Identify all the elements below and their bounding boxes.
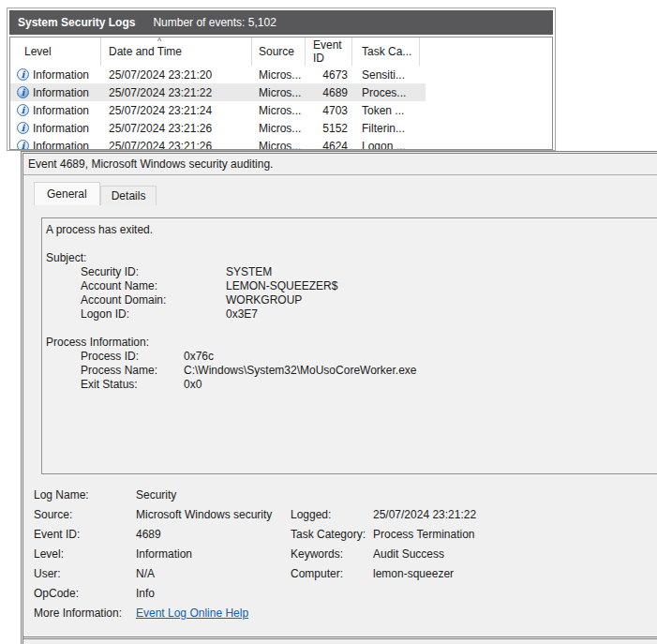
subject-row: Logon ID:0x3E7 [46, 307, 657, 322]
field-value: 0x0 [184, 378, 202, 391]
field-value: Information [136, 545, 291, 564]
information-icon: i [17, 86, 29, 98]
process-info-header: Process Information: [46, 336, 657, 350]
subject-header: Subject: [46, 251, 657, 265]
event-row[interactable]: iInformation 25/07/2024 23:21:20 Micros.… [10, 66, 426, 83]
event-detail-pane: Event 4689, Microsoft Windows security a… [21, 151, 657, 644]
field-value: LEMON-SQUEEZER$ [226, 279, 337, 292]
event-id-cell: 4689 [306, 86, 352, 99]
column-label: Level [24, 45, 52, 58]
process-row: Process ID:0x76c [46, 350, 657, 364]
source-cell: Micros... [252, 104, 306, 117]
level-text: Information [33, 68, 89, 82]
pane-bottom-edge [23, 637, 657, 639]
detail-tabs: General Details [23, 175, 657, 205]
log-titlebar: System Security Logs Number of events: 5… [9, 10, 553, 35]
summary-row: User:N/AComputer:lemon-squeezer [34, 564, 657, 584]
subject-row: Account Name:LEMON-SQUEEZER$ [46, 279, 657, 293]
field-label: Level: [34, 545, 136, 564]
log-title: System Security Logs [18, 16, 135, 29]
event-row-selected[interactable]: iInformation 25/07/2024 23:21:22 Micros.… [10, 83, 426, 101]
information-icon: i [17, 104, 29, 116]
field-label: OpCode: [34, 584, 136, 604]
column-header-date-and-time[interactable]: ^ Date and Time [101, 37, 252, 66]
event-id-cell: 4703 [306, 104, 352, 117]
summary-row: Level:InformationKeywords:Audit Success [34, 545, 657, 564]
field-value: Process Termination [373, 528, 475, 541]
level-cell: iInformation [16, 122, 101, 135]
field-value: 25/07/2024 23:21:22 [373, 508, 476, 521]
datetime-cell: 25/07/2024 23:21:26 [101, 122, 252, 135]
field-label: Logon ID: [81, 307, 226, 322]
column-label: Task Ca... [362, 45, 411, 58]
level-cell: iInformation [16, 104, 101, 117]
event-row[interactable]: iInformation 25/07/2024 23:21:26 Micros.… [10, 119, 426, 137]
field-value: Info [136, 584, 291, 604]
source-cell: Micros... [252, 140, 306, 151]
field-value: WORKGROUP [226, 293, 302, 307]
event-row[interactable]: iInformation 25/07/2024 23:21:26 Micros.… [10, 137, 426, 150]
level-text: Information [33, 122, 89, 135]
information-icon: i [17, 140, 29, 150]
column-header-level[interactable]: Level [16, 37, 101, 66]
field-value: 4689 [136, 525, 291, 545]
field-value: Security [136, 486, 291, 505]
process-row: Process Name:C:\Windows\System32\MoUsoCo… [46, 364, 657, 378]
column-label: Event ID [313, 38, 351, 65]
column-header-task-category[interactable]: Task Ca... [352, 37, 420, 66]
field-value: 0x76c [184, 350, 214, 363]
field-label: Exit Status: [81, 378, 184, 392]
event-summary-fields: Log Name:Security Source:Microsoft Windo… [34, 486, 657, 623]
datetime-cell: 25/07/2024 23:21:24 [101, 104, 252, 117]
level-cell: iInformation [16, 140, 101, 151]
field-label: Account Domain: [81, 293, 226, 307]
field-label: Task Category: [291, 525, 373, 545]
event-id-cell: 4624 [306, 140, 352, 151]
summary-row: Source:Microsoft Windows securityLogged:… [34, 505, 657, 525]
level-cell: iInformation [16, 86, 101, 99]
summary-row-more-information: More Information:Event Log Online Help [34, 604, 657, 623]
summary-row: Log Name:Security [34, 486, 657, 505]
event-table: Level ^ Date and Time Source Event ID Ta… [9, 37, 553, 150]
subject-row: Security ID:SYSTEM [46, 265, 657, 279]
event-list-window: System Security Logs Number of events: 5… [7, 7, 556, 151]
field-label: Source: [34, 505, 136, 525]
event-id-cell: 4673 [306, 68, 352, 82]
field-label: Process ID: [81, 350, 184, 364]
field-label: Process Name: [81, 364, 184, 378]
field-label: Account Name: [81, 279, 226, 293]
task-category-cell: Token ... [352, 104, 420, 117]
field-label: Log Name: [34, 486, 136, 505]
field-value: lemon-squeezer [373, 567, 454, 580]
summary-row: OpCode:Info [34, 584, 657, 604]
column-header-event-id[interactable]: Event ID [306, 37, 352, 66]
tab-details[interactable]: Details [100, 186, 157, 205]
datetime-cell: 25/07/2024 23:21:26 [101, 140, 252, 151]
field-value: 0x3E7 [226, 307, 258, 321]
field-label: Keywords: [291, 545, 373, 564]
event-id-cell: 5152 [306, 122, 352, 135]
tab-general[interactable]: General [34, 182, 100, 205]
event-detail-title: Event 4689, Microsoft Windows security a… [23, 154, 657, 175]
level-text: Information [33, 86, 89, 99]
field-label: Logged: [291, 505, 373, 525]
table-header: Level ^ Date and Time Source Event ID Ta… [10, 37, 552, 66]
process-row: Exit Status:0x0 [46, 378, 657, 392]
event-log-online-help-link[interactable]: Event Log Online Help [136, 607, 248, 620]
source-cell: Micros... [252, 68, 306, 82]
column-header-source[interactable]: Source [252, 37, 306, 66]
summary-row: Event ID:4689Task Category:Process Termi… [34, 525, 657, 545]
field-value: Microsoft Windows security [136, 505, 291, 525]
event-row[interactable]: iInformation 25/07/2024 23:21:24 Micros.… [10, 101, 426, 119]
field-label: Security ID: [81, 265, 226, 279]
level-text: Information [33, 104, 89, 117]
column-label: Source [259, 45, 294, 58]
field-value: SYSTEM [226, 265, 272, 278]
field-value: C:\Windows\System32\MoUsoCoreWorker.exe [184, 364, 417, 377]
information-icon: i [17, 122, 29, 134]
task-category-cell: Logon ... [352, 140, 420, 151]
field-label: Event ID: [34, 525, 136, 545]
task-category-cell: Proces... [352, 86, 420, 99]
information-icon: i [17, 68, 29, 81]
field-label: User: [34, 564, 136, 584]
